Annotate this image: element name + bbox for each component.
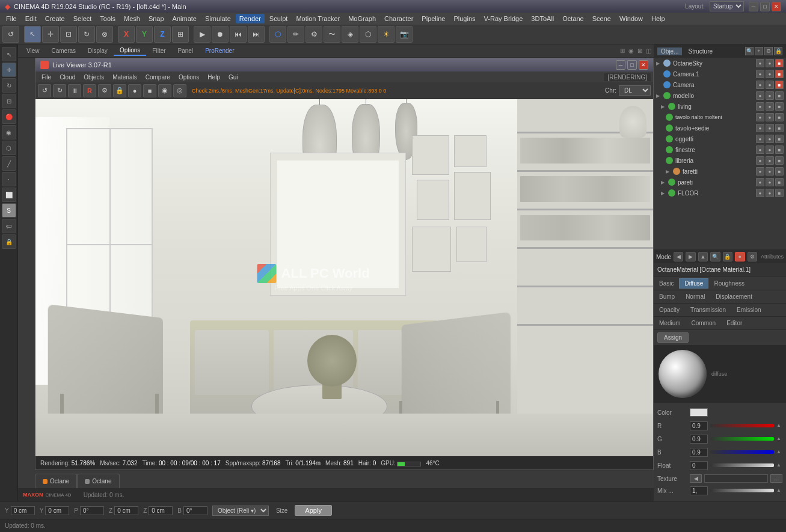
menu-character[interactable]: Character [381,14,417,23]
mode-dot-btn[interactable]: ● [735,252,745,261]
obj-add-btn[interactable]: + [755,47,763,55]
lv-tb-circle[interactable]: ● [128,84,141,97]
mat-tab-roughness[interactable]: Roughness [708,278,750,289]
obj-vis-btn[interactable]: ● [756,91,764,100]
lt-poly-btn[interactable]: ⬡ [2,141,16,155]
mode-lock-btn[interactable]: 🔒 [723,252,732,261]
lt-uv-btn[interactable]: ⬜ [2,188,16,202]
menu-animate[interactable]: Animate [169,14,200,23]
lv-tb-lock[interactable]: 🔒 [113,84,126,97]
texture-connect-area[interactable] [704,474,768,483]
menu-scene[interactable]: Scene [589,14,615,23]
obj-chk-btn[interactable]: ■ [775,156,784,165]
obj-gear-btn[interactable]: ⚙ [764,47,773,55]
menu-tools[interactable]: Tools [96,14,119,23]
mat-tab-common[interactable]: Common [686,318,722,328]
mat-tab-bump[interactable]: Bump [654,292,680,302]
vp-tab-display[interactable]: Display [82,46,114,55]
list-item[interactable]: ▶ FLOOR ● ● ■ [654,188,786,198]
obj-render-btn[interactable]: ● [766,156,774,165]
vp-tab-cameras[interactable]: Cameras [46,46,82,55]
obj-render-btn[interactable]: ● [766,189,774,197]
obj-lock-btn[interactable]: 🔒 [774,47,782,55]
obj-vis-btn[interactable]: ● [756,59,764,67]
list-item[interactable]: Camera.1 ● ● ■ [654,69,786,79]
vp-ctrl-4[interactable]: ◫ [646,47,651,54]
object-rel-select[interactable]: Object (Reli ▾) [212,506,269,516]
lt-select-btn[interactable]: ↖ [2,47,16,61]
arrow-btn[interactable]: ↖ [24,26,41,43]
obj-tab-objects[interactable]: Obje... [657,47,682,55]
vp-tab-prorender[interactable]: ProRender [199,46,240,55]
render-btn[interactable]: ⬡ [360,26,376,43]
list-item[interactable]: ▶ pareti ● ● ■ [654,177,786,188]
lv-tb-restart[interactable]: ↺ [38,84,51,97]
lt-scale-btn[interactable]: ⊡ [2,94,16,108]
vp-ctrl-3[interactable]: ⊠ [637,47,642,54]
lv-maximize-btn[interactable]: □ [627,60,637,70]
mode-arrow-left[interactable]: ◀ [674,252,683,261]
mix-value-input[interactable] [690,486,708,495]
apply-button[interactable]: Apply [295,505,332,516]
list-item[interactable]: oggetti ● ● ■ [654,133,786,144]
obj-chk-btn[interactable]: ■ [775,167,784,176]
lv-menu-cloud[interactable]: Cloud [56,73,79,81]
lt-lock-btn[interactable]: 🔒 [2,234,16,249]
mode-search-btn[interactable]: 🔍 [710,252,720,261]
lv-menu-materials[interactable]: Materials [109,73,141,81]
y2-coord-input[interactable] [45,506,69,515]
record-btn[interactable]: ⏺ [212,26,229,43]
obj-chk-btn[interactable]: ■ [775,178,784,186]
obj-vis-btn[interactable]: ● [756,70,764,78]
obj-lock-icon[interactable]: ■ [775,59,784,67]
vp-tab-filter[interactable]: Filter [146,46,171,55]
z-axis-btn[interactable]: Z [154,26,171,43]
menu-pipeline[interactable]: Pipeline [418,14,449,23]
lv-close-btn[interactable]: ✕ [639,60,648,70]
float-value-input[interactable] [690,461,708,470]
vp-ctrl-1[interactable]: ⊞ [620,47,625,54]
play-btn[interactable]: ▶ [194,26,210,43]
lv-tb-refresh[interactable]: ↻ [53,84,66,97]
obj-chk-btn[interactable]: ■ [775,124,784,132]
menu-snap[interactable]: Snap [145,14,168,23]
mode-arrow-up[interactable]: ▲ [698,252,708,261]
octane-tab-2[interactable]: Octane [77,474,119,488]
lv-menu-compare[interactable]: Compare [142,73,174,81]
obj-vis-btn[interactable]: ● [756,102,764,111]
list-item[interactable]: ▶ modello ● ● ■ [654,90,786,101]
mat-tab-emission[interactable]: Emission [731,305,767,315]
obj-render-btn[interactable]: ● [766,167,774,176]
lt-obj-btn[interactable]: ◉ [2,125,16,139]
texture-arrow-left[interactable]: ◀ [690,474,702,483]
list-item[interactable]: finestre ● ● ■ [654,144,786,155]
obj-chk-btn[interactable]: ■ [775,135,784,143]
octane-tab-1[interactable]: Octane [35,474,77,488]
lt-pt-btn[interactable]: · [2,172,16,186]
texture-dots-btn[interactable]: … [770,474,782,483]
menu-mesh[interactable]: Mesh [120,14,144,23]
z-coord-input[interactable] [114,506,138,515]
transform-btn[interactable]: ⊞ [172,26,189,43]
mix-triangle-btn[interactable]: ▲ [776,488,782,494]
vp-ctrl-2[interactable]: ◉ [628,47,634,54]
y-coord-input[interactable] [11,506,35,515]
float-triangle-btn[interactable]: ▲ [776,462,782,468]
obj-render-btn[interactable]: ● [766,113,774,121]
mat-tab-medium[interactable]: Medium [654,318,686,328]
obj-render-btn[interactable]: ● [766,178,774,186]
obj-chk-btn[interactable]: ■ [775,70,784,78]
lv-chr-select[interactable]: DL PT PMC [619,85,651,96]
mat-tab-basic[interactable]: Basic [654,278,679,289]
list-item[interactable]: tavolo rialto molteni ● ● ■ [654,112,786,123]
camera-tb-btn[interactable]: 📷 [396,26,413,43]
x-axis-btn[interactable]: X [118,26,135,43]
cube-btn[interactable]: ⬡ [269,26,286,43]
mat-tab-diffuse[interactable]: Diffuse [679,278,708,289]
z2-coord-input[interactable] [149,506,173,515]
menu-select[interactable]: Select [70,14,96,23]
g-value-input[interactable] [690,435,708,444]
mode-gear-btn[interactable]: ⚙ [748,252,757,261]
list-item[interactable]: libreria ● ● ■ [654,155,786,166]
obj-vis-btn[interactable]: ● [756,81,764,89]
